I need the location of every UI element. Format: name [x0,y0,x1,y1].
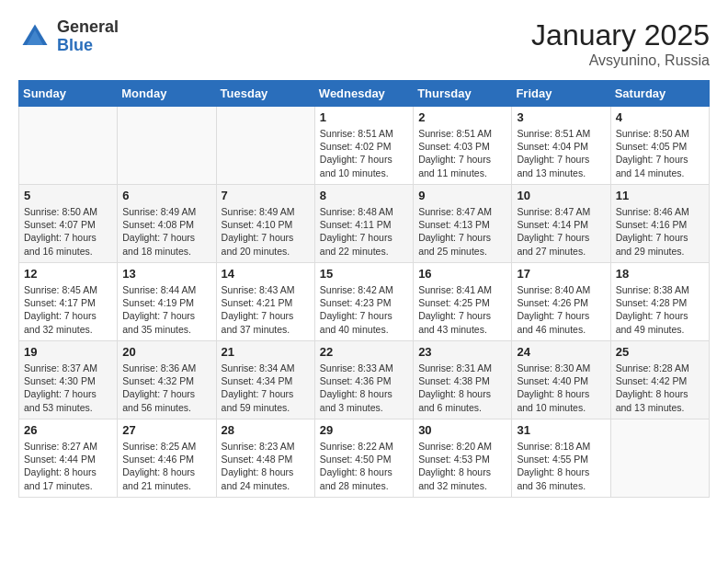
calendar-week-1: 1Sunrise: 8:51 AMSunset: 4:02 PMDaylight… [19,107,710,185]
calendar-cell: 24Sunrise: 8:30 AMSunset: 4:40 PMDayligh… [512,341,610,419]
weekday-header-tuesday: Tuesday [216,81,314,107]
day-info: Sunrise: 8:44 AMSunset: 4:19 PMDaylight:… [122,283,210,336]
day-info: Sunrise: 8:47 AMSunset: 4:14 PMDaylight:… [517,205,605,258]
calendar-cell: 3Sunrise: 8:51 AMSunset: 4:04 PMDaylight… [512,107,610,185]
calendar-cell [19,107,118,185]
day-info: Sunrise: 8:20 AMSunset: 4:53 PMDaylight:… [418,440,506,492]
day-info: Sunrise: 8:45 AMSunset: 4:17 PMDaylight:… [24,283,112,336]
calendar-week-2: 5Sunrise: 8:50 AMSunset: 4:07 PMDaylight… [19,185,710,263]
day-info: Sunrise: 8:51 AMSunset: 4:02 PMDaylight:… [320,127,408,179]
day-number: 22 [320,345,408,359]
day-number: 20 [122,345,210,359]
day-number: 3 [517,110,605,124]
day-number: 4 [616,110,704,124]
day-info: Sunrise: 8:38 AMSunset: 4:28 PMDaylight:… [616,283,704,336]
day-info: Sunrise: 8:37 AMSunset: 4:30 PMDaylight:… [24,362,112,414]
calendar-cell: 27Sunrise: 8:25 AMSunset: 4:46 PMDayligh… [118,419,216,498]
day-number: 14 [222,267,310,281]
page: General Blue January 2025 Avsyunino, Rus… [0,0,728,507]
calendar-cell [118,107,216,185]
title-month: January 2025 [531,18,710,52]
calendar-cell: 23Sunrise: 8:31 AMSunset: 4:38 PMDayligh… [414,341,512,419]
day-info: Sunrise: 8:23 AMSunset: 4:48 PMDaylight:… [222,440,310,492]
day-info: Sunrise: 8:27 AMSunset: 4:44 PMDaylight:… [24,440,112,492]
logo-blue: Blue [57,36,93,54]
calendar-cell: 12Sunrise: 8:45 AMSunset: 4:17 PMDayligh… [19,263,118,341]
calendar-cell: 10Sunrise: 8:47 AMSunset: 4:14 PMDayligh… [512,185,610,263]
day-info: Sunrise: 8:33 AMSunset: 4:36 PMDaylight:… [320,362,408,414]
title-block: January 2025 Avsyunino, Russia [531,18,710,69]
calendar-cell: 1Sunrise: 8:51 AMSunset: 4:02 PMDaylight… [314,107,413,185]
day-info: Sunrise: 8:51 AMSunset: 4:03 PMDaylight:… [418,127,506,179]
day-info: Sunrise: 8:49 AMSunset: 4:10 PMDaylight:… [222,205,310,258]
calendar: SundayMondayTuesdayWednesdayThursdayFrid… [18,80,710,498]
calendar-cell: 9Sunrise: 8:47 AMSunset: 4:13 PMDaylight… [414,185,512,263]
day-info: Sunrise: 8:50 AMSunset: 4:07 PMDaylight:… [24,205,112,258]
calendar-cell: 21Sunrise: 8:34 AMSunset: 4:34 PMDayligh… [216,341,314,419]
calendar-cell: 31Sunrise: 8:18 AMSunset: 4:55 PMDayligh… [512,419,610,498]
weekday-header-wednesday: Wednesday [314,81,413,107]
day-info: Sunrise: 8:51 AMSunset: 4:04 PMDaylight:… [517,127,605,179]
day-info: Sunrise: 8:46 AMSunset: 4:16 PMDaylight:… [616,205,704,258]
day-number: 13 [122,267,210,281]
calendar-cell: 11Sunrise: 8:46 AMSunset: 4:16 PMDayligh… [610,185,709,263]
day-number: 29 [320,423,408,437]
weekday-header-monday: Monday [118,81,216,107]
day-number: 23 [418,345,506,359]
day-number: 7 [222,189,310,202]
day-number: 9 [418,189,506,202]
day-info: Sunrise: 8:47 AMSunset: 4:13 PMDaylight:… [418,205,506,258]
day-number: 15 [320,267,408,281]
day-info: Sunrise: 8:48 AMSunset: 4:11 PMDaylight:… [320,205,408,258]
day-info: Sunrise: 8:30 AMSunset: 4:40 PMDaylight:… [517,362,605,414]
calendar-cell: 8Sunrise: 8:48 AMSunset: 4:11 PMDaylight… [314,185,413,263]
day-info: Sunrise: 8:36 AMSunset: 4:32 PMDaylight:… [122,362,210,414]
weekday-header-thursday: Thursday [414,81,512,107]
day-number: 8 [320,189,408,202]
day-info: Sunrise: 8:50 AMSunset: 4:05 PMDaylight:… [616,127,704,179]
calendar-cell: 26Sunrise: 8:27 AMSunset: 4:44 PMDayligh… [19,419,118,498]
calendar-cell: 17Sunrise: 8:40 AMSunset: 4:26 PMDayligh… [512,263,610,341]
day-number: 28 [222,423,310,437]
logo-icon [18,20,51,53]
day-number: 19 [24,345,112,359]
day-info: Sunrise: 8:49 AMSunset: 4:08 PMDaylight:… [122,205,210,258]
weekday-header-saturday: Saturday [610,81,709,107]
day-info: Sunrise: 8:18 AMSunset: 4:55 PMDaylight:… [517,440,605,492]
day-info: Sunrise: 8:22 AMSunset: 4:50 PMDaylight:… [320,440,408,492]
weekday-header-sunday: Sunday [19,81,118,107]
calendar-cell: 18Sunrise: 8:38 AMSunset: 4:28 PMDayligh… [610,263,709,341]
calendar-cell: 28Sunrise: 8:23 AMSunset: 4:48 PMDayligh… [216,419,314,498]
header: General Blue January 2025 Avsyunino, Rus… [18,18,710,69]
day-info: Sunrise: 8:28 AMSunset: 4:42 PMDaylight:… [616,362,704,414]
calendar-cell: 19Sunrise: 8:37 AMSunset: 4:30 PMDayligh… [19,341,118,419]
calendar-cell: 16Sunrise: 8:41 AMSunset: 4:25 PMDayligh… [414,263,512,341]
calendar-header-row: SundayMondayTuesdayWednesdayThursdayFrid… [19,81,710,107]
calendar-cell: 14Sunrise: 8:43 AMSunset: 4:21 PMDayligh… [216,263,314,341]
day-number: 18 [616,267,704,281]
day-number: 11 [616,189,704,202]
day-number: 21 [222,345,310,359]
calendar-cell: 4Sunrise: 8:50 AMSunset: 4:05 PMDaylight… [610,107,709,185]
day-number: 1 [320,110,408,124]
calendar-cell: 13Sunrise: 8:44 AMSunset: 4:19 PMDayligh… [118,263,216,341]
day-number: 16 [418,267,506,281]
logo: General Blue [18,18,119,55]
calendar-week-4: 19Sunrise: 8:37 AMSunset: 4:30 PMDayligh… [19,341,710,419]
day-number: 24 [517,345,605,359]
calendar-cell: 20Sunrise: 8:36 AMSunset: 4:32 PMDayligh… [118,341,216,419]
logo-text: General Blue [57,18,119,55]
day-info: Sunrise: 8:31 AMSunset: 4:38 PMDaylight:… [418,362,506,414]
weekday-header-friday: Friday [512,81,610,107]
calendar-cell [216,107,314,185]
day-info: Sunrise: 8:25 AMSunset: 4:46 PMDaylight:… [122,440,210,492]
day-number: 5 [24,189,112,202]
day-info: Sunrise: 8:34 AMSunset: 4:34 PMDaylight:… [222,362,310,414]
calendar-cell: 15Sunrise: 8:42 AMSunset: 4:23 PMDayligh… [314,263,413,341]
day-number: 17 [517,267,605,281]
day-number: 31 [517,423,605,437]
calendar-cell: 2Sunrise: 8:51 AMSunset: 4:03 PMDaylight… [414,107,512,185]
day-number: 27 [122,423,210,437]
calendar-cell: 25Sunrise: 8:28 AMSunset: 4:42 PMDayligh… [610,341,709,419]
calendar-week-5: 26Sunrise: 8:27 AMSunset: 4:44 PMDayligh… [19,419,710,498]
